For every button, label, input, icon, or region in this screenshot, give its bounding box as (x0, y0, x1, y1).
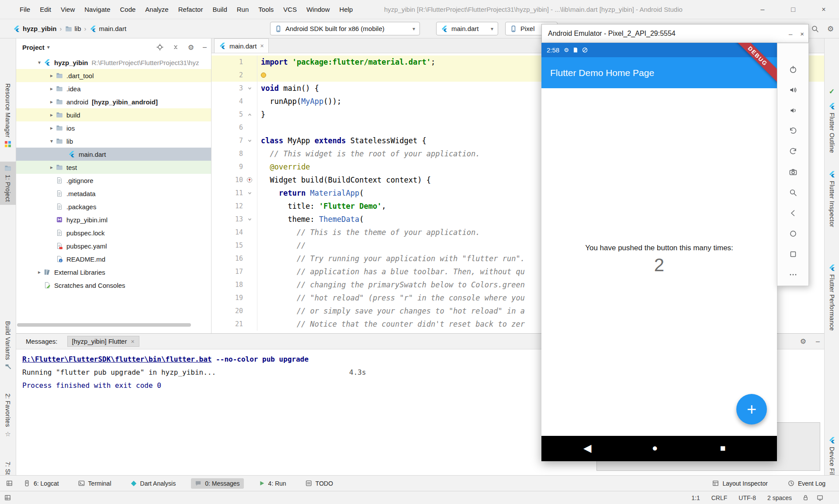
line-number[interactable]: 6 (211, 121, 243, 134)
menu-tools[interactable]: Tools (253, 0, 278, 19)
tree-item-dart-tool[interactable]: ▸.dart_tool (16, 69, 211, 82)
line-number[interactable]: 16 (211, 252, 243, 265)
tree-item-packages[interactable]: .packages (16, 200, 211, 213)
menu-window[interactable]: Window (302, 0, 334, 19)
nav-back-button[interactable]: ◀ (583, 442, 591, 454)
tree-item-test[interactable]: ▸test (16, 161, 211, 174)
line-number[interactable]: 4 (211, 95, 243, 108)
rotate-left-button[interactable] (777, 121, 808, 141)
menu-view[interactable]: View (56, 0, 80, 19)
line-number[interactable]: 17 (211, 265, 243, 278)
menu-help[interactable]: Help (335, 0, 358, 19)
tree-item-pubspec-lock[interactable]: pubspec.lock (16, 226, 211, 239)
tree-item-readme-md[interactable]: README.md (16, 252, 211, 266)
emulator-close-button[interactable]: × (800, 30, 804, 38)
nav-overview-button[interactable]: ■ (720, 443, 726, 453)
search-icon[interactable] (811, 25, 819, 35)
rotate-right-button[interactable] (777, 141, 808, 162)
toolstrip-project[interactable]: 1: Project (0, 162, 16, 205)
more-button[interactable] (777, 264, 808, 285)
line-number[interactable]: 7 (211, 134, 243, 147)
volume-down-button[interactable] (777, 100, 808, 121)
tree-item-lib[interactable]: ▾lib (16, 135, 211, 148)
tree-item-hyzp-yibin-iml[interactable]: hyzp_yibin.iml (16, 213, 211, 226)
run-config-dropdown[interactable]: main.dart ▾ (436, 22, 498, 35)
locate-file-icon[interactable] (156, 44, 163, 51)
status-1-1[interactable]: 1:1 (691, 494, 700, 501)
back-button[interactable] (777, 203, 808, 223)
maximize-button[interactable]: □ (778, 0, 808, 19)
menu-refactor[interactable]: Refactor (173, 0, 208, 19)
line-number[interactable]: 8 (211, 147, 243, 160)
fold-marker-icon[interactable] (243, 213, 256, 226)
collapse-all-icon[interactable] (172, 44, 179, 51)
close-tab-icon[interactable]: × (131, 338, 134, 345)
nav-home-button[interactable]: ● (652, 442, 658, 454)
tree-item-main-dart[interactable]: main.dart (16, 148, 211, 161)
toolwindow-todo[interactable]: TODO (302, 478, 337, 489)
line-number[interactable]: 12 (211, 200, 243, 213)
tree-item-external-libraries[interactable]: ▸External Libraries (16, 266, 211, 279)
breadcrumb-hyzp-yibin[interactable]: hyzp_yibin (13, 25, 57, 32)
close-tab-icon[interactable]: × (260, 42, 264, 49)
toolstrip-favorites[interactable]: 2: Favorites ☆ (0, 390, 16, 441)
status-crlf[interactable]: CRLF (711, 494, 728, 501)
toolstrip-flutter-performance[interactable]: Flutter Performance (825, 261, 839, 334)
menu-code[interactable]: Code (115, 0, 140, 19)
toolwindow-layout-inspector[interactable]: Layout Inspector (708, 478, 772, 489)
minimize-button[interactable]: – (747, 0, 778, 19)
power-button[interactable] (777, 59, 808, 79)
tab-main-dart[interactable]: main.dart × (214, 38, 269, 53)
toolwindow-event-log[interactable]: Event Log (784, 478, 829, 489)
menu-file[interactable]: File (15, 0, 35, 19)
settings-icon[interactable]: ⚙ (188, 43, 194, 52)
fold-marker-icon[interactable] (243, 108, 256, 121)
hide-panel-icon[interactable]: – (203, 43, 207, 51)
line-number[interactable]: 2 (211, 69, 243, 82)
horizontal-scrollbar[interactable] (17, 323, 191, 327)
tree-item-gitignore[interactable]: .gitignore (16, 174, 211, 187)
toolwindow-terminal[interactable]: Terminal (74, 478, 115, 489)
tab-hyzp-yibin-flutter[interactable]: [hyzp_yibin] Flutter × (67, 336, 139, 347)
fold-marker-icon[interactable] (243, 186, 256, 200)
home-button[interactable] (777, 223, 808, 244)
status-2-spaces[interactable]: 2 spaces (767, 494, 792, 501)
line-number[interactable]: 1 (211, 55, 243, 69)
toolstrip-build-variants[interactable]: Build Variants (0, 318, 16, 373)
line-number[interactable]: 10 (211, 173, 243, 186)
line-number[interactable]: 13 (211, 213, 243, 226)
tree-item-scratches-and-consoles[interactable]: Scratches and Consoles (16, 279, 211, 292)
line-number[interactable]: 3 (211, 82, 243, 95)
toolstrip-flutter-inspector[interactable]: Flutter Inspector (825, 168, 839, 230)
menu-edit[interactable]: Edit (35, 0, 56, 19)
line-number[interactable]: 15 (211, 239, 243, 252)
status-utf-8[interactable]: UTF-8 (738, 494, 756, 501)
tree-item-metadata[interactable]: .metadata (16, 187, 211, 200)
hide-panel-icon[interactable]: – (816, 338, 820, 345)
screenshot-button[interactable] (777, 162, 808, 182)
tree-item-build[interactable]: ▸build (16, 108, 211, 121)
line-number[interactable]: 18 (211, 278, 243, 291)
volume-up-button[interactable] (777, 79, 808, 100)
fold-marker-icon[interactable] (243, 82, 256, 95)
line-number[interactable]: 9 (211, 160, 243, 173)
settings-icon[interactable]: ⚙ (827, 24, 834, 34)
line-number[interactable]: 21 (211, 318, 243, 331)
menu-vcs[interactable]: VCS (278, 0, 302, 19)
overview-button[interactable] (777, 244, 808, 264)
toolwindow-dart-analysis[interactable]: Dart Analysis (127, 478, 180, 489)
emulator-minimize-button[interactable]: – (789, 30, 792, 38)
toolwindow-6-logcat[interactable]: 6: Logcat (20, 478, 63, 489)
toolwindow-0-messages[interactable]: 0: Messages (191, 478, 243, 489)
fab-button[interactable]: + (736, 394, 767, 425)
toolstrip-resource-manager[interactable]: Resource Manager (0, 80, 16, 151)
flutter-bat-link[interactable]: R:\Flutter\FlutterSDK\flutter\bin\flutte… (22, 355, 211, 363)
breadcrumb-lib[interactable]: lib (65, 25, 81, 32)
tree-item-pubspec-yaml[interactable]: pubspec.yaml (16, 239, 211, 252)
menu-navigate[interactable]: Navigate (80, 0, 115, 19)
emulator-titlebar[interactable]: Android Emulator - Pixel_2_API_29:5554 –… (541, 24, 809, 43)
line-number[interactable]: 19 (211, 291, 243, 304)
toolwindow-4-run[interactable]: 4: Run (255, 478, 290, 489)
breadcrumb-main-dart[interactable]: main.dart (90, 25, 127, 32)
zoom-button[interactable] (777, 182, 808, 203)
